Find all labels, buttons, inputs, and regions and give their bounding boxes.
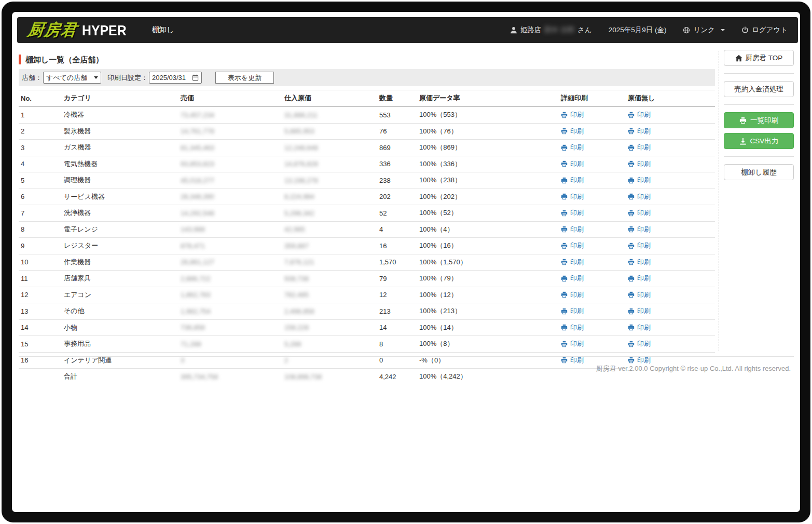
nocost-print-link[interactable]: 印刷 (628, 241, 651, 250)
row-price: 3 (178, 352, 282, 369)
detail-print-link[interactable]: 印刷 (561, 225, 584, 234)
row-cost: 5,298,342 (282, 205, 377, 222)
update-display-button[interactable]: 表示を更新 (215, 72, 274, 84)
row-rate: 100%（52） (417, 205, 559, 222)
list-print-button[interactable]: 一覧印刷 (724, 112, 794, 128)
detail-print-link[interactable]: 印刷 (561, 208, 584, 218)
row-number: 4 (19, 156, 62, 172)
row-cost: 5,885,953 (282, 123, 377, 140)
row-cost-masked: 31,888,211 (284, 111, 318, 119)
nocost-print-link[interactable]: 印刷 (628, 258, 651, 267)
detail-print-link[interactable]: 印刷 (561, 176, 584, 185)
nocost-print-link[interactable]: 印刷 (628, 127, 651, 136)
nocost-print-link[interactable]: 印刷 (628, 110, 651, 119)
inventory-history-button[interactable]: 棚卸し履歴 (724, 164, 794, 180)
row-rate: 100%（869） (417, 140, 559, 156)
row-cost: 12,248,648 (282, 140, 377, 156)
inventory-table: No. カテゴリ 売価 仕入原価 数量 原価データ率 詳細印刷 原価無し 1 冷… (19, 90, 715, 384)
detail-print-link[interactable]: 印刷 (561, 192, 584, 201)
detail-print-link[interactable]: 印刷 (561, 306, 584, 316)
detail-print-link[interactable]: 印刷 (561, 159, 584, 169)
nocost-print-link[interactable]: 印刷 (628, 159, 651, 169)
row-price-masked: 14,761,778 (181, 127, 214, 135)
table-row: 7 洗浄機器 14,292,548 5,298,342 52 100%（52） … (19, 205, 715, 222)
select-caret-icon (94, 76, 98, 79)
print-link-label: 印刷 (570, 241, 584, 250)
nocost-print-link[interactable]: 印刷 (628, 208, 651, 218)
printer-icon (561, 128, 568, 135)
nocost-print-link[interactable]: 印刷 (628, 176, 651, 185)
nocost-print-link[interactable]: 印刷 (628, 323, 651, 332)
csv-export-button[interactable]: CSV出力 (724, 133, 794, 149)
print-link-label: 印刷 (637, 208, 651, 218)
print-date-input[interactable]: 2025/03/31 (149, 72, 202, 84)
detail-print-link[interactable]: 印刷 (561, 356, 584, 365)
nocost-print-link[interactable]: 印刷 (628, 143, 651, 152)
table-row: 1 冷機器 73,457,234 31,888,211 553 100%（553… (19, 106, 715, 123)
row-number: 5 (19, 172, 62, 189)
detail-print-link[interactable]: 印刷 (561, 274, 584, 283)
row-category: インテリア関連 (62, 352, 178, 369)
detail-print-link[interactable]: 印刷 (561, 339, 584, 348)
row-qty: 202 (377, 189, 417, 205)
row-price: 2,886,722 (178, 271, 282, 287)
print-link-label: 印刷 (637, 225, 651, 234)
printer-icon (628, 357, 635, 364)
row-price-masked: 143,988 (181, 225, 205, 233)
store-select[interactable]: すべての店舗 (43, 72, 101, 84)
detail-print-link[interactable]: 印刷 (561, 323, 584, 332)
table-row: 10 作業機器 26,861,127 7,876,121 1,570 100%（… (19, 254, 715, 271)
app-logo[interactable]: 厨房君 HYPER (27, 19, 130, 41)
sidebar-divider (724, 104, 794, 105)
list-print-label: 一覧印刷 (750, 116, 778, 125)
links-label: リンク (693, 25, 714, 35)
nocost-print-link[interactable]: 印刷 (628, 225, 651, 234)
inventory-table-body: 1 冷機器 73,457,234 31,888,211 553 100%（553… (19, 106, 715, 384)
table-row: 6 サービス機器 28,348,390 8,224,984 202 100%（2… (19, 189, 715, 205)
row-cost-masked: 42,985 (284, 225, 305, 233)
printer-icon (561, 226, 568, 233)
sales-payment-button[interactable]: 売約入金済処理 (724, 81, 794, 97)
detail-print-link[interactable]: 印刷 (561, 143, 584, 152)
row-cost: 13,198,278 (282, 172, 377, 189)
detail-print-link[interactable]: 印刷 (561, 258, 584, 267)
row-category: 作業機器 (62, 254, 178, 271)
row-category: エアコン (62, 287, 178, 303)
nocost-print-link[interactable]: 印刷 (628, 274, 651, 283)
nocost-print-link[interactable]: 印刷 (628, 339, 651, 348)
sidebar-divider (724, 73, 794, 74)
printer-icon (561, 341, 568, 347)
row-price-masked: 73,457,234 (181, 111, 214, 119)
row-category: その他 (62, 303, 178, 320)
printer-icon (561, 324, 568, 331)
detail-print-link[interactable]: 印刷 (561, 127, 584, 136)
printer-icon (628, 210, 635, 217)
filter-bar: 店舗： すべての店舗 印刷日設定： 2025/03/31 表示を更新 (19, 69, 715, 86)
print-date-label: 印刷日設定： (107, 73, 148, 83)
nocost-print-link[interactable]: 印刷 (628, 306, 651, 316)
detail-print-link[interactable]: 印刷 (561, 290, 584, 300)
row-price-masked: 81,345,463 (181, 144, 214, 152)
col-header-qty: 数量 (377, 90, 417, 107)
row-category: レジスター (62, 238, 178, 254)
logout-button[interactable]: ログアウト (741, 25, 788, 35)
row-number: 10 (19, 254, 62, 271)
row-rate: 100%（1,570） (417, 254, 559, 271)
col-header-rate: 原価データ率 (417, 90, 559, 107)
row-number: 11 (19, 271, 62, 287)
print-link-label: 印刷 (570, 127, 584, 136)
nav-item-inventory[interactable]: 棚卸し (152, 25, 174, 35)
home-top-button[interactable]: 厨房君 TOP (724, 50, 794, 66)
total-empty (19, 369, 62, 385)
nocost-print-link[interactable]: 印刷 (628, 192, 651, 201)
links-dropdown[interactable]: リンク (683, 25, 724, 35)
nocost-print-link[interactable]: 印刷 (628, 290, 651, 300)
app-header: 厨房君 HYPER 棚卸し 姫路店 田中 太郎 さん 2025年5月9日 (金) (17, 17, 798, 43)
table-row: 11 店舗家具 2,886,722 938,738 79 100%（79） 印刷 (19, 271, 715, 287)
table-row: 9 レジスター 878,471 359,887 16 100%（16） 印刷 (19, 238, 715, 254)
row-category: 製氷機器 (62, 123, 178, 140)
globe-icon (683, 26, 690, 34)
detail-print-link[interactable]: 印刷 (561, 110, 584, 119)
detail-print-link[interactable]: 印刷 (561, 241, 584, 250)
row-category: 調理機器 (62, 172, 178, 189)
